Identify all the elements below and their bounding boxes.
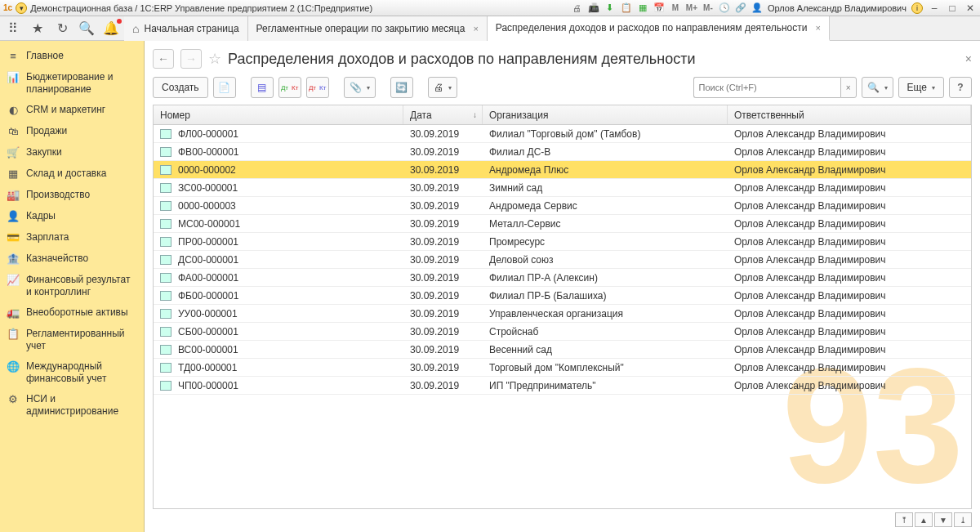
sidebar-item-2[interactable]: ◐CRM и маркетинг	[0, 100, 144, 121]
nav-label: Склад и доставка	[26, 168, 106, 180]
cell-num: УУ00-000001	[178, 308, 238, 320]
m-minus-icon[interactable]: M-	[702, 2, 714, 14]
user-name[interactable]: Орлов Александр Владимирович	[768, 3, 906, 13]
nav-forward-button[interactable]: →	[180, 49, 202, 69]
m-plus-icon[interactable]: M+	[686, 2, 697, 14]
sidebar-item-6[interactable]: 🏭Производство	[0, 185, 144, 206]
table-row[interactable]: ФВ00-00000130.09.2019Филиал ДС-ВОрлов Ал…	[154, 143, 971, 161]
tab-home[interactable]: ⌂ Начальная страница	[124, 16, 248, 41]
nav-up-button[interactable]: ▲	[915, 512, 933, 527]
sidebar-item-9[interactable]: 🏦Казначейство	[0, 248, 144, 270]
printer2-icon[interactable]: 📠	[588, 2, 599, 14]
table-row[interactable]: МС00-00000130.09.2019Металл-СервисОрлов …	[154, 215, 971, 233]
cell-date: 30.09.2019	[403, 344, 483, 355]
col-date[interactable]: Дата	[403, 105, 483, 124]
search-input[interactable]	[693, 77, 840, 98]
table-row[interactable]: ТД00-00000130.09.2019Торговый дом "Компл…	[154, 359, 971, 377]
table-header: Номер Дата Организация Ответственный	[154, 105, 971, 125]
nav-label: Казначейство	[26, 253, 88, 265]
nav-last-button[interactable]: ⤓	[954, 512, 972, 527]
nav-first-button[interactable]: ⤒	[895, 512, 913, 527]
info-icon[interactable]: i	[911, 2, 923, 14]
table-row[interactable]: ВС00-00000130.09.2019Весенний садОрлов А…	[154, 341, 971, 359]
search-icon[interactable]: 🔍	[78, 20, 95, 37]
table-row[interactable]: ФЛ00-00000130.09.2019Филиал "Торговый до…	[154, 125, 971, 143]
tab-distribution[interactable]: Распределения доходов и расходов по напр…	[488, 16, 830, 41]
maximize-button[interactable]: □	[946, 2, 959, 14]
report-button[interactable]: ▤	[251, 77, 274, 98]
cell-date: 30.09.2019	[403, 362, 483, 373]
table-row[interactable]: ФБ00-00000130.09.2019Филиал ПР-Б (Балаши…	[154, 287, 971, 305]
print-button[interactable]: 🖨▾	[428, 77, 457, 98]
bell-icon[interactable]: 🔔	[103, 20, 119, 37]
table-row[interactable]: 0000-00000230.09.2019Андромеда ПлюсОрлов…	[154, 161, 971, 179]
calendar-icon[interactable]: 📅	[653, 2, 665, 14]
favorite-icon[interactable]: ☆	[208, 50, 221, 68]
doc-icon	[160, 381, 172, 391]
table-row[interactable]: 0000-00000330.09.2019Андромеда СервисОрл…	[154, 197, 971, 215]
sidebar-item-4[interactable]: 🛒Закупки	[0, 142, 144, 163]
tab-reg-ops[interactable]: Регламентные операции по закрытию месяца…	[248, 16, 488, 41]
sidebar-item-14[interactable]: ⚙НСИ и администрирование	[0, 389, 144, 422]
nav-label: НСИ и администрирование	[26, 393, 136, 418]
page-close-button[interactable]: ×	[965, 52, 972, 65]
sidebar-item-1[interactable]: 📊Бюджетирование и планирование	[0, 67, 144, 100]
dt-kt-button[interactable]: ДтКт	[278, 77, 301, 98]
table-row[interactable]: ЗС00-00000130.09.2019Зимний садОрлов Але…	[154, 179, 971, 197]
dropdown-icon[interactable]: ▾	[16, 2, 27, 14]
create-button[interactable]: Создать	[153, 77, 208, 98]
col-resp[interactable]: Ответственный	[728, 105, 971, 124]
help-button[interactable]: ?	[949, 77, 972, 98]
print-icon[interactable]: 🖨	[572, 2, 583, 14]
user-icon: 👤	[751, 2, 763, 14]
sidebar-item-3[interactable]: 🛍Продажи	[0, 121, 144, 142]
dt-kt2-button[interactable]: ДтКт	[306, 77, 329, 98]
nav-back-button[interactable]: ←	[153, 49, 174, 69]
attach-button[interactable]: 📎▾	[344, 77, 376, 98]
table-row[interactable]: ЧП00-00000130.09.2019ИП "Предприниматель…	[154, 377, 971, 395]
more-button[interactable]: Еще▾	[898, 77, 944, 98]
sidebar-item-8[interactable]: 💳Зарплата	[0, 227, 144, 248]
minimize-button[interactable]: –	[928, 2, 941, 14]
app-title: Демонстрационная база / 1С:ERP Управлени…	[30, 3, 372, 13]
m-icon[interactable]: M	[670, 2, 681, 14]
sidebar-item-12[interactable]: 📋Регламентированный учет	[0, 324, 144, 356]
clear-search-button[interactable]: ×	[840, 77, 857, 98]
sidebar-item-11[interactable]: 🚛Внеоборотные активы	[0, 302, 144, 324]
sidebar-item-0[interactable]: ≡Главное	[0, 46, 144, 67]
calc-icon[interactable]: ▦	[637, 2, 648, 14]
apps-icon[interactable]: ⠿	[5, 20, 21, 37]
sidebar-item-5[interactable]: ▦Склад и доставка	[0, 163, 144, 185]
cell-resp: Орлов Александр Владимирович	[728, 236, 971, 248]
table-row[interactable]: ПР00-00000130.09.2019ПромресурсОрлов Але…	[154, 233, 971, 251]
nav-label: Финансовый результат и контроллинг	[26, 274, 136, 298]
close-icon[interactable]: ×	[473, 24, 478, 34]
nav-down-button[interactable]: ▼	[934, 512, 952, 527]
table-row[interactable]: ФА00-00000130.09.2019Филиал ПР-А (Алекси…	[154, 269, 971, 287]
refresh-button[interactable]: 🔄	[390, 77, 413, 98]
table-row[interactable]: ДС00-00000130.09.2019Деловой союзОрлов А…	[154, 251, 971, 269]
copy-doc-button[interactable]: 📄	[213, 77, 236, 98]
nav-icon: ▦	[7, 168, 20, 181]
sidebar-item-13[interactable]: 🌐Международный финансовый учет	[0, 356, 144, 389]
link-icon[interactable]: 🔗	[735, 2, 746, 14]
clock-icon[interactable]: 🕓	[719, 2, 730, 14]
sidebar-item-7[interactable]: 👤Кадры	[0, 206, 144, 227]
table-row[interactable]: УУ00-00000130.09.2019Управленческая орга…	[154, 305, 971, 323]
close-icon[interactable]: ×	[815, 23, 820, 33]
nav-icon: 📈	[7, 274, 20, 287]
save-icon[interactable]: ⬇	[604, 2, 616, 14]
history-icon[interactable]: ↻	[54, 20, 70, 37]
col-org[interactable]: Организация	[483, 105, 728, 124]
find-button[interactable]: 🔍▾	[862, 77, 893, 98]
cell-resp: Орлов Александр Владимирович	[728, 362, 971, 373]
sidebar-item-10[interactable]: 📈Финансовый результат и контроллинг	[0, 270, 144, 302]
table-nav: ⤒ ▲ ▼ ⤓	[153, 509, 972, 527]
star-icon[interactable]: ★	[29, 20, 46, 37]
table-row[interactable]: СБ00-00000130.09.2019СтройснабОрлов Алек…	[154, 323, 971, 341]
copy-icon[interactable]: 📋	[621, 2, 632, 14]
doc-icon	[160, 201, 172, 211]
close-button[interactable]: ✕	[964, 2, 977, 14]
col-number[interactable]: Номер	[154, 105, 403, 124]
doc-icon	[160, 219, 172, 229]
